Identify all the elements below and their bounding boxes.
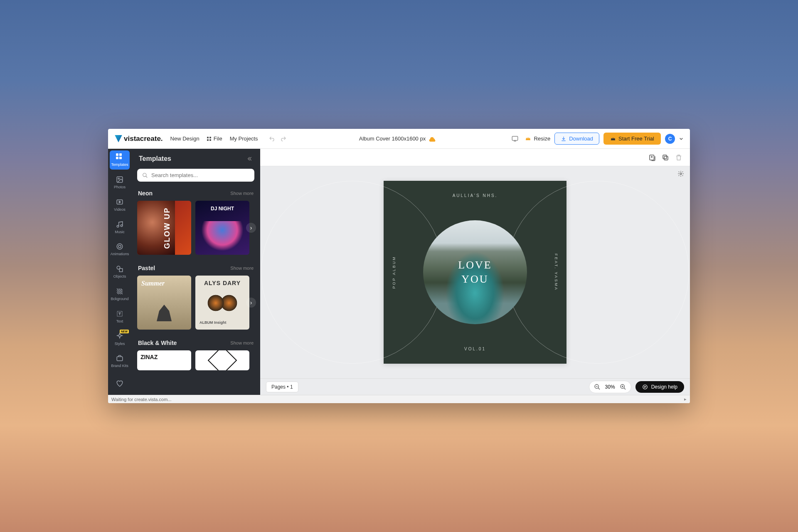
download-button[interactable]: Download [554,133,599,145]
zoom-in-icon[interactable] [619,383,627,391]
thumb-label: DJ NIGHT [195,206,249,212]
album-bottom-text[interactable]: VOL.01 [384,347,566,351]
svg-point-16 [680,173,682,175]
svg-rect-14 [664,156,668,160]
duplicate-icon[interactable] [662,154,669,161]
rail-background[interactable]: Bckground [108,283,131,305]
design-help-button[interactable]: Design help [635,381,684,393]
show-more-link[interactable]: Show more [230,191,254,196]
download-icon [561,136,566,142]
panel-header: Templates [131,149,260,169]
music-icon [116,221,123,228]
redo-icon[interactable] [280,135,286,142]
album-right-text[interactable]: FEAT. YASMA [554,254,558,291]
zoom-out-icon[interactable] [594,383,601,391]
trial-label: Start Free Trial [618,135,654,142]
videos-icon [116,198,123,206]
heart-icon [116,380,123,387]
rail-label: Templates [111,163,128,167]
design-help-label: Design help [651,384,677,390]
thumbs-next-icon[interactable]: › [246,223,256,233]
template-glow-up[interactable]: GLOW UP [137,201,191,255]
album-top-text[interactable]: AULLIA'S NHS. [384,193,566,198]
pages-indicator[interactable]: Pages • 1 [266,382,298,392]
thumb-label: ALYS DARY [195,280,249,286]
user-avatar[interactable]: C [665,134,675,144]
comment-icon[interactable] [509,133,521,145]
bottom-right-group: 30% Design help [589,381,684,393]
rail-music[interactable]: Music [108,216,131,239]
album-left-text[interactable]: POP ALBUM [392,256,396,289]
thumb-label: ZINAZ [140,354,158,360]
search-wrap [131,169,260,187]
rail-photos[interactable]: Photos [108,171,131,194]
rail-objects[interactable]: Objects [108,261,131,283]
app-window: vistacreate. New Design File My Projects… [108,129,690,403]
new-badge: NEW [120,330,129,333]
show-more-link[interactable]: Show more [230,340,254,345]
template-alys-dary[interactable]: ALYS DARY ALBUM Insight [195,276,249,330]
show-more-link[interactable]: Show more [230,266,254,271]
bottom-bar: Pages • 1 30% Design help [260,378,690,395]
rail-videos[interactable]: Videos [108,194,131,216]
photos-icon [116,176,123,183]
section-title: Black & White [138,340,177,346]
decorative-arc [506,181,689,364]
add-page-icon[interactable] [648,154,656,161]
thumb-art [208,350,237,370]
rail-favorites[interactable] [108,372,131,395]
scroll-right-icon[interactable]: ▸ [684,397,687,402]
objects-icon [116,265,123,273]
rail-styles[interactable]: NEW Styles [108,328,131,350]
panel-scroll[interactable]: Neon Show more GLOW UP DJ NIGHT › [131,187,260,395]
file-label: File [214,135,222,142]
templates-icon [116,153,123,161]
thumb-art [206,291,239,315]
chevron-down-icon[interactable] [679,137,683,141]
brand-logo[interactable]: vistacreate. [115,135,163,143]
template-geometric[interactable] [195,350,249,370]
trash-icon[interactable] [675,154,682,161]
canvas-viewport[interactable]: AULLIA'S NHS. POP ALBUM FEAT. YASMA VOL.… [260,166,690,378]
svg-point-4 [117,225,119,227]
briefcase-icon [116,355,123,362]
vista-logo-icon [115,135,122,143]
template-dj-night[interactable]: DJ NIGHT [195,201,249,255]
search-box[interactable] [137,169,254,182]
album-circle-image[interactable]: LOVE YOU [423,220,527,324]
new-design-link[interactable]: New Design [170,135,200,142]
zoom-control: 30% [589,381,631,393]
resize-label: Resize [534,135,550,142]
my-projects-link[interactable]: My Projects [230,135,258,142]
svg-rect-0 [512,136,518,140]
doc-title-text: Album Cover 1600x1600 px [359,135,426,142]
rail-label: Music [115,230,125,234]
rail-text[interactable]: Text [108,305,131,328]
document-title[interactable]: Album Cover 1600x1600 px [359,135,436,142]
rail-label: Bckground [111,297,128,301]
search-input[interactable] [151,172,249,178]
rail-brand-kits[interactable]: Brand Kits [108,350,131,372]
start-trial-button[interactable]: Start Free Trial [603,133,661,145]
svg-point-2 [118,178,119,179]
background-icon [116,288,123,295]
resize-button[interactable]: Resize [525,135,550,142]
left-rail: Templates Photos Videos Music Animations… [108,149,131,395]
collapse-panel-icon[interactable] [246,155,253,162]
template-summer[interactable]: Summer [137,276,191,330]
rail-animations[interactable]: Animations [108,239,131,261]
gear-icon[interactable] [677,170,684,177]
album-title[interactable]: LOVE YOU [458,258,492,286]
template-zinaz[interactable]: ZINAZ [137,350,191,370]
main-area: Templates Photos Videos Music Animations… [108,149,690,395]
rail-templates[interactable]: Templates [110,150,130,170]
templates-panel: Templates Neon Show more GLOW U [131,149,260,395]
rail-label: Objects [113,274,126,278]
file-menu[interactable]: File [207,135,222,142]
thumb-art [201,221,244,251]
section-bw: Black & White Show more [137,337,254,350]
logo-text-light: create. [140,135,163,143]
thumbs-next-icon[interactable]: › [246,298,256,308]
album-cover-canvas[interactable]: AULLIA'S NHS. POP ALBUM FEAT. YASMA VOL.… [384,181,566,364]
undo-icon[interactable] [269,135,276,142]
